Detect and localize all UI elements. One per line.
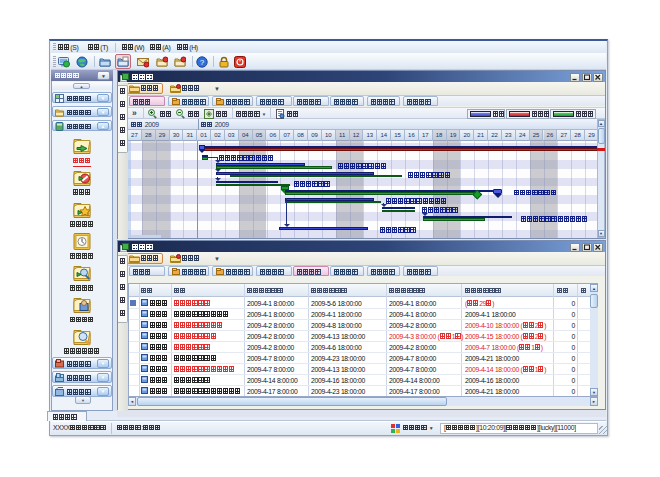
svg-text:?: ? [200,58,205,67]
